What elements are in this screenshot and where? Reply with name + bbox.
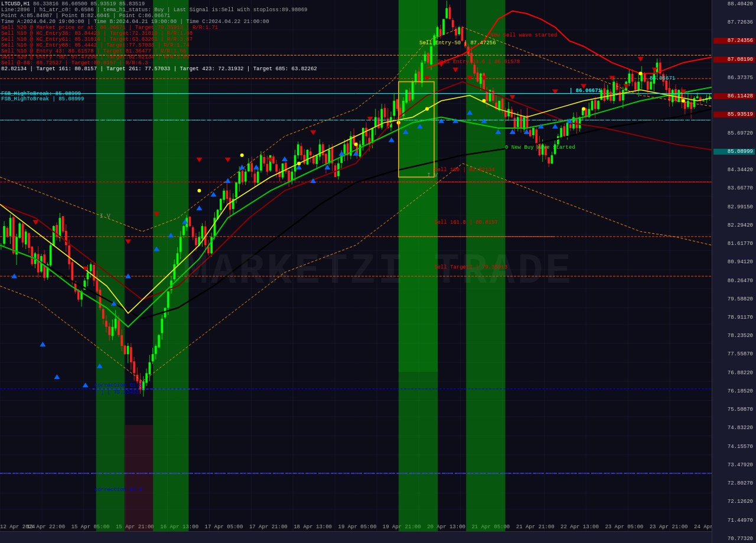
price-85-69: 85.69720 <box>713 130 755 136</box>
price-78-23: 78.23520 <box>713 333 755 339</box>
price-70-77: 70.77320 <box>713 536 755 542</box>
price-84-34: 84.34420 <box>713 167 755 173</box>
price-79-58: 79.58820 <box>713 296 755 302</box>
price-74-83: 74.83220 <box>713 425 755 431</box>
price-86-11: 86.11428 <box>713 93 755 99</box>
price-71-44: 71.44970 <box>713 518 755 524</box>
price-76-18: 76.18520 <box>713 388 755 394</box>
price-82-99: 82.99150 <box>713 204 755 210</box>
price-85-08: 85.08999 <box>713 149 755 155</box>
price-87-72: 87.72636 <box>713 19 755 25</box>
price-74-15: 74.15570 <box>713 444 755 450</box>
price-72-80: 72.80270 <box>713 480 755 486</box>
price-72-12: 72.12620 <box>713 499 755 505</box>
price-73-47: 73.47920 <box>713 462 755 468</box>
price-85-93: 85.93519 <box>713 112 755 117</box>
price-axis: 88.40420 87.72636 87.24356 87.08190 86.3… <box>712 0 756 543</box>
price-76-88: 76.88220 <box>713 370 755 376</box>
watermark: MARKETZI TRADE <box>183 247 573 296</box>
price-78-91: 78.91170 <box>713 315 755 320</box>
price-80-94: 80.94120 <box>713 259 755 265</box>
price-83-66: 83.66770 <box>713 185 755 191</box>
price-82-29: 82.29420 <box>713 223 755 228</box>
price-75-50: 75.50870 <box>713 407 755 413</box>
price-80-26: 80.26470 <box>713 278 755 284</box>
chart-container: MARKETZI TRADE LTCUSD,H1 86.33816 86.605… <box>0 0 756 543</box>
price-87-08: 87.08190 <box>713 57 755 63</box>
price-77-55: 77.55870 <box>713 351 755 357</box>
price-86-37: 86.37375 <box>713 75 755 81</box>
time-axis <box>0 531 712 543</box>
price-87-24: 87.24356 <box>713 38 755 44</box>
price-88-40: 88.40420 <box>713 1 755 7</box>
price-81-61: 81.61770 <box>713 241 755 247</box>
